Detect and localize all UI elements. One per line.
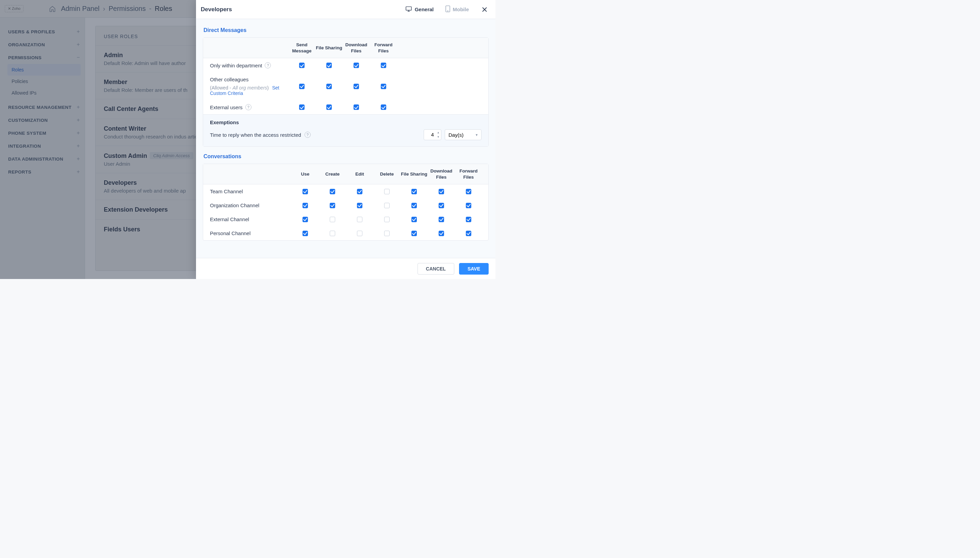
monitor-icon <box>405 6 412 13</box>
dm-th-send: Send Message <box>288 42 315 54</box>
dm-row-external: External users? <box>203 100 488 114</box>
checkbox[interactable] <box>330 189 335 194</box>
section-conversations: Conversations <box>204 153 488 159</box>
help-icon[interactable]: ? <box>245 104 251 110</box>
checkbox[interactable] <box>384 203 390 208</box>
checkbox[interactable] <box>302 231 308 236</box>
dm-row-department: Only within department? <box>203 58 488 72</box>
checkbox[interactable] <box>299 62 305 68</box>
checkbox[interactable] <box>357 231 363 236</box>
chevron-down-icon: ▾ <box>476 133 478 137</box>
checkbox[interactable] <box>438 231 444 236</box>
checkbox[interactable] <box>326 62 332 68</box>
checkbox[interactable] <box>466 203 471 208</box>
conv-row: Team Channel <box>203 184 488 199</box>
checkbox[interactable] <box>411 189 417 194</box>
svg-point-2 <box>448 11 448 11</box>
checkbox[interactable] <box>353 105 359 110</box>
tab-mobile[interactable]: Mobile <box>445 5 469 13</box>
tab-general[interactable]: General <box>405 6 434 13</box>
dm-row-colleagues: Other colleagues (Allowed - All org memb… <box>203 72 488 100</box>
dm-table: Send Message File Sharing Download Files… <box>203 38 489 147</box>
svg-rect-0 <box>406 7 411 10</box>
time-value-input[interactable]: 4 ▲ ▼ <box>424 129 442 140</box>
exemptions-title: Exemptions <box>210 120 481 125</box>
checkbox[interactable] <box>438 189 444 194</box>
modal-header: Developers General Mobile <box>196 0 496 19</box>
checkbox[interactable] <box>411 203 417 208</box>
checkbox[interactable] <box>353 84 359 89</box>
checkbox[interactable] <box>411 231 417 236</box>
checkbox[interactable] <box>411 217 417 222</box>
conv-table-head: Use Create Edit Delete File Sharing Down… <box>203 164 488 184</box>
checkbox[interactable] <box>381 105 386 110</box>
checkbox[interactable] <box>299 84 305 89</box>
checkbox[interactable] <box>466 231 471 236</box>
checkbox[interactable] <box>438 203 444 208</box>
checkbox[interactable] <box>302 217 308 222</box>
checkbox[interactable] <box>330 203 335 208</box>
dm-th-file: File Sharing <box>315 45 343 51</box>
role-modal: Developers General Mobile Direct Message… <box>196 0 496 279</box>
conv-row: Organization Channel <box>203 199 488 212</box>
checkbox[interactable] <box>302 189 308 194</box>
checkbox[interactable] <box>299 105 305 110</box>
section-directmsg: Direct Messages <box>204 27 488 33</box>
checkbox[interactable] <box>357 203 363 208</box>
checkbox[interactable] <box>326 105 332 110</box>
checkbox[interactable] <box>381 62 386 68</box>
modal-title: Developers <box>201 6 232 13</box>
dm-exemptions: Exemptions Time to reply when the access… <box>203 114 488 146</box>
checkbox[interactable] <box>438 217 444 222</box>
checkbox[interactable] <box>353 62 359 68</box>
checkbox[interactable] <box>384 217 390 222</box>
conv-row: External Channel <box>203 212 488 226</box>
save-button[interactable]: SAVE <box>459 263 489 274</box>
dm-table-head: Send Message File Sharing Download Files… <box>203 38 488 58</box>
help-icon[interactable]: ? <box>305 132 311 138</box>
checkbox[interactable] <box>357 217 363 222</box>
help-icon[interactable]: ? <box>265 62 271 68</box>
conv-table: Use Create Edit Delete File Sharing Down… <box>203 164 489 241</box>
time-unit-select[interactable]: Day(s) ▾ <box>445 129 481 140</box>
checkbox[interactable] <box>381 84 386 89</box>
close-icon[interactable] <box>480 5 489 14</box>
checkbox[interactable] <box>466 217 471 222</box>
checkbox[interactable] <box>330 217 335 222</box>
checkbox[interactable] <box>326 84 332 89</box>
checkbox[interactable] <box>357 189 363 194</box>
caret-down-icon[interactable]: ▼ <box>437 135 440 138</box>
cancel-button[interactable]: CANCEL <box>417 263 454 274</box>
mobile-icon <box>445 5 450 13</box>
checkbox[interactable] <box>330 231 335 236</box>
checkbox[interactable] <box>384 231 390 236</box>
checkbox[interactable] <box>466 189 471 194</box>
caret-up-icon[interactable]: ▲ <box>437 131 440 134</box>
checkbox[interactable] <box>302 203 308 208</box>
checkbox[interactable] <box>384 189 390 194</box>
modal-body: Direct Messages Send Message File Sharin… <box>196 19 496 258</box>
dm-th-download: Download Files <box>343 42 370 54</box>
modal-footer: CANCEL SAVE <box>196 258 496 279</box>
dm-th-forward: Forward Files <box>370 42 397 54</box>
conv-row: Personal Channel <box>203 226 488 240</box>
